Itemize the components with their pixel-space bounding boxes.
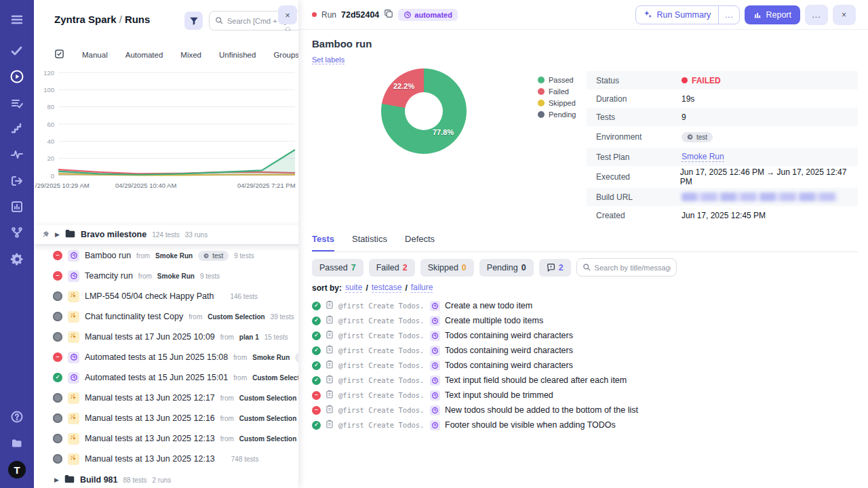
chip-skipped[interactable]: Skipped0 [420,259,474,277]
run-list-item[interactable]: Chat functinality test Copy from Custom … [34,306,298,327]
panel-close-button[interactable]: × [278,5,297,24]
run-source[interactable]: Custom Selection [239,394,296,402]
sort-failure-link[interactable]: failure [411,283,433,293]
report-button[interactable]: Report [745,5,800,24]
test-suite[interactable]: @first Create Todos... [338,406,425,414]
automated-badge[interactable]: automated [398,9,458,21]
build-url-redacted-link[interactable] [682,192,837,201]
run-source[interactable]: Smoke Run [252,354,290,361]
checklist-icon[interactable] [0,93,34,113]
env-badge[interactable]: test [682,132,713,142]
settings-icon[interactable] [0,249,34,269]
test-title[interactable]: Create multiple todo items [445,316,543,325]
test-suite[interactable]: @first Create Todos... [338,302,425,310]
tab-defects[interactable]: Defects [405,234,435,251]
tab-mixed[interactable]: Mixed [180,51,201,59]
run-source[interactable]: Custom Selection [239,415,296,422]
runs-play-icon[interactable] [0,66,34,87]
run-summary-button[interactable]: Run Summary ... [635,5,740,24]
test-suite[interactable]: @first Create Todos... [338,361,425,369]
chevron-right-icon[interactable]: ▶ [55,231,60,238]
tasks-check-icon[interactable] [0,41,34,61]
copy-icon[interactable] [384,9,393,21]
testplan-link[interactable]: Smoke Run [682,152,724,162]
test-title[interactable]: New todos should be added to the bottom … [445,405,638,415]
tab-statistics[interactable]: Statistics [352,234,387,251]
set-labels-link[interactable]: Set labels [312,56,344,64]
tab-unfinished[interactable]: Unfinished [219,51,256,59]
menu-icon[interactable] [0,9,34,30]
run-source[interactable]: Smoke Run [155,252,193,260]
test-row[interactable]: @first Create Todos... Todos containing … [312,358,858,373]
test-row[interactable]: @first Create Todos... Todos containing … [312,343,858,358]
test-suite[interactable]: @first Create Todos... [338,317,425,325]
chip-failed[interactable]: Failed2 [369,259,415,277]
milestone-row[interactable]: ▶ Bravo milestone 124 tests 33 runs [34,225,298,244]
tab-automated[interactable]: Automated [125,51,163,59]
more-actions-button[interactable]: ... [805,5,828,25]
group-row[interactable]: ▶ Build 981 88 tests 2 runs [34,470,298,488]
test-title[interactable]: Footer should be visible when adding TOD… [445,420,616,430]
run-list-item[interactable]: Automated tests at 15 Jun 2025 15:01 fro… [34,367,298,388]
run-summary-more-button[interactable]: ... [718,6,739,24]
test-title[interactable]: Todos containing weird characters [445,346,573,355]
tab-groups[interactable]: Groups [273,51,298,59]
run-list-item[interactable]: Manual tests at 13 Jun 2025 12:16 from C… [34,408,298,428]
signin-icon[interactable] [0,171,34,191]
run-list-item[interactable]: Manual tests at 13 Jun 2025 12:13 from C… [34,428,298,449]
run-source[interactable]: plan 1 [239,333,259,341]
branches-icon[interactable] [0,222,34,243]
test-row[interactable]: @first Create Todos... Create multiple t… [312,313,858,328]
tests-search[interactable] [576,258,677,277]
projects-icon[interactable] [0,433,34,453]
run-list-item[interactable]: Manual tests at 13 Jun 2025 12:13 748 te… [34,449,298,469]
test-row[interactable]: @first Create Todos... Create a new todo… [312,298,858,313]
run-source[interactable]: Custom Selection [208,313,264,321]
test-title[interactable]: Todos containing weird characters [445,361,573,370]
test-suite[interactable]: @first Create Todos... [338,391,425,399]
test-row[interactable]: @first Create Todos... Todos containing … [312,328,858,343]
run-source[interactable]: Custom Selection [239,435,296,443]
select-all-icon[interactable] [54,49,64,60]
test-suite[interactable]: @first Create Todos... [338,346,425,354]
run-list-item[interactable]: Bamboo run from Smoke Run test 9 tests [34,245,298,266]
test-title[interactable]: Todos containing weird characters [445,331,573,340]
clipboard-icon [326,344,334,357]
filter-button[interactable] [184,12,203,30]
sort-testcase-link[interactable]: testcase [372,283,402,293]
test-suite[interactable]: @first Create Todos... [338,376,425,384]
chip-passed[interactable]: Passed7 [312,259,363,277]
project-name[interactable]: Zyntra Spark [54,14,117,25]
close-run-button[interactable]: × [833,5,856,25]
dock-icon[interactable]: -□- [285,26,290,33]
analytics-icon[interactable] [0,197,34,217]
test-row[interactable]: @first Create Todos... New todos should … [312,403,858,418]
chip-comments[interactable]: 2 [539,259,571,277]
test-row[interactable]: @first Create Todos... Footer should be … [312,418,858,432]
run-list-item[interactable]: Manual tests at 17 Jun 2025 10:09 from p… [34,327,298,347]
chip-pending[interactable]: Pending0 [479,259,534,277]
steps-icon[interactable] [0,119,34,139]
run-source[interactable]: Custom Selection [252,374,298,382]
test-title[interactable]: Text input should be trimmed [445,390,553,400]
chevron-right-icon[interactable]: ▶ [54,476,59,483]
help-icon[interactable] [0,407,34,427]
test-title[interactable]: Create a new todo item [445,301,532,310]
test-suite[interactable]: @first Create Todos... [338,421,425,429]
pulse-icon[interactable] [0,144,34,165]
tests-search-input[interactable] [595,264,671,272]
test-row[interactable]: @first Create Todos... Text input field … [312,373,858,388]
test-suite[interactable]: @first Create Todos... [338,331,425,340]
run-list-item[interactable]: LMP-554 05/04 check Happy Path 146 tests [34,286,298,306]
test-row[interactable]: @first Create Todos... Text input should… [312,388,858,403]
run-topbar: Run 72d52404 automated Run Summary ... R… [298,0,868,30]
run-source[interactable]: Smoke Run [157,272,195,280]
sort-suite-link[interactable]: suite [345,283,362,293]
app-logo[interactable]: T [8,461,26,479]
run-list-item[interactable]: Manual tests at 13 Jun 2025 12:17 from C… [34,388,298,408]
run-list-item[interactable]: Teamcity run from Smoke Run 9 tests [34,266,298,286]
tab-tests[interactable]: Tests [312,234,334,251]
test-title[interactable]: Text input field should be cleared after… [445,375,627,385]
tab-manual[interactable]: Manual [82,51,108,59]
run-list-item[interactable]: Automated tests at 15 Jun 2025 15:08 fro… [34,347,298,367]
